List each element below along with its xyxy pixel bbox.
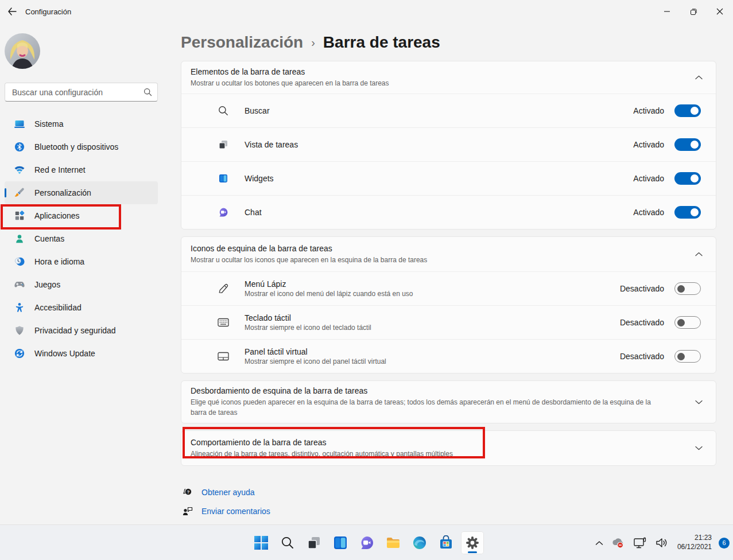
section-corner-overflow: Desbordamiento de esquina de la barra de… xyxy=(181,380,716,423)
section-title: Elementos de la barra de tareas xyxy=(191,67,669,76)
toggle-teclado-tactil[interactable] xyxy=(674,316,701,329)
sidebar-item-label: Aplicaciones xyxy=(34,211,80,220)
section-subtitle: Mostrar u ocultar los botones que aparec… xyxy=(191,78,669,88)
apps-icon xyxy=(14,210,25,221)
store-button[interactable] xyxy=(435,531,457,554)
section-title: Comportamiento de la barra de tareas xyxy=(191,438,669,447)
toggle-chat[interactable] xyxy=(674,206,701,219)
sidebar-item-bluetooth[interactable]: Bluetooth y dispositivos xyxy=(5,135,158,158)
toggle-state-label: Desactivado xyxy=(620,352,664,361)
open-app-indicator xyxy=(468,551,477,553)
notification-count-badge[interactable]: 6 xyxy=(719,538,730,549)
taskbar-search-button[interactable] xyxy=(276,531,299,554)
settings-button[interactable] xyxy=(461,531,484,554)
setting-row-vista-de-tareas: Vista de tareas Activado xyxy=(181,127,716,161)
onedrive-tray-button[interactable] xyxy=(608,531,628,554)
chevron-up-icon[interactable] xyxy=(692,252,705,256)
toggle-knob xyxy=(677,319,685,326)
sidebar-item-privacidad[interactable]: Privacidad y seguridad xyxy=(5,319,158,342)
section-header-taskbar-behavior[interactable]: Comportamiento de la barra de tareas Ali… xyxy=(181,431,716,465)
sidebar-item-label: Hora e idioma xyxy=(34,257,84,266)
clock-time: 21:23 xyxy=(677,534,712,543)
chevron-up-icon[interactable] xyxy=(692,75,705,80)
toggle-vista-de-tareas[interactable] xyxy=(674,138,701,151)
section-header-taskbar-items[interactable]: Elementos de la barra de tareas Mostrar … xyxy=(181,61,716,94)
tray-chevron-button[interactable] xyxy=(592,531,606,554)
brush-icon xyxy=(14,187,25,199)
chat-button[interactable] xyxy=(355,531,378,554)
toggle-knob xyxy=(691,107,699,115)
setting-description: Mostrar el icono del menú del lápiz cuan… xyxy=(245,290,620,298)
toggle-buscar[interactable] xyxy=(674,104,701,117)
taskbar-clock[interactable]: 21:23 06/12/2021 xyxy=(674,534,715,551)
sidebar-item-label: Red e Internet xyxy=(34,165,86,174)
send-feedback-link[interactable]: Enviar comentarios xyxy=(182,505,716,517)
setting-row-chat: Chat Activado xyxy=(181,195,716,229)
feedback-icon xyxy=(182,505,193,517)
sidebar-item-juegos[interactable]: Juegos xyxy=(5,273,158,296)
setting-row-buscar: Buscar Activado xyxy=(181,94,716,127)
restore-icon xyxy=(690,8,697,15)
volume-tray-button[interactable] xyxy=(652,531,672,554)
clock-date: 06/12/2021 xyxy=(677,543,712,552)
section-title: Desbordamiento de esquina de la barra de… xyxy=(191,386,669,395)
file-explorer-icon xyxy=(386,535,401,550)
section-corner-icons: Iconos de esquina de la barra de tareas … xyxy=(181,236,716,374)
get-help-label[interactable]: Obtener ayuda xyxy=(201,488,255,497)
minimize-button[interactable] xyxy=(654,0,680,23)
sidebar-item-label: Personalización xyxy=(34,188,91,197)
sidebar-item-cuentas[interactable]: Cuentas xyxy=(5,227,158,250)
edge-button[interactable] xyxy=(408,531,431,554)
app-title: Configuración xyxy=(25,7,71,16)
sidebar-item-hora-idioma[interactable]: Hora e idioma xyxy=(5,250,158,273)
page-title: Barra de tareas xyxy=(323,33,440,52)
toggle-menu-lapiz[interactable] xyxy=(674,282,701,295)
setting-label: Buscar xyxy=(245,106,633,115)
sidebar-item-label: Bluetooth y dispositivos xyxy=(34,142,118,151)
file-explorer-button[interactable] xyxy=(382,531,405,554)
start-icon xyxy=(254,535,269,550)
close-icon xyxy=(716,8,723,15)
section-header-corner-icons[interactable]: Iconos de esquina de la barra de tareas … xyxy=(181,237,716,271)
section-header-corner-overflow[interactable]: Desbordamiento de esquina de la barra de… xyxy=(181,381,716,423)
toggle-knob xyxy=(691,208,699,216)
wifi-icon xyxy=(14,164,25,176)
start-button[interactable] xyxy=(250,531,273,554)
search-icon xyxy=(281,536,294,550)
help-links: ? Obtener ayuda Enviar comentarios xyxy=(182,487,716,517)
titlebar: Configuración xyxy=(0,0,733,23)
section-subtitle: Mostrar u ocultar los iconos que aparece… xyxy=(191,255,669,265)
close-button[interactable] xyxy=(707,0,733,23)
touch-keyboard-icon xyxy=(217,316,230,329)
toggle-widgets[interactable] xyxy=(674,172,701,185)
display-pen-icon xyxy=(633,536,647,549)
bluetooth-icon xyxy=(14,141,25,153)
sidebar-item-label: Cuentas xyxy=(34,234,64,243)
toggle-panel-tactil[interactable] xyxy=(674,350,701,363)
display-pen-tray-button[interactable] xyxy=(630,531,650,554)
setting-label: Panel táctil virtual xyxy=(245,347,620,356)
onedrive-paused-icon xyxy=(611,537,625,549)
settings-search-box[interactable] xyxy=(5,83,158,102)
widgets-button[interactable] xyxy=(329,531,352,554)
sidebar-item-label: Privacidad y seguridad xyxy=(34,326,116,335)
sidebar-item-sistema[interactable]: Sistema xyxy=(5,112,158,135)
back-button[interactable] xyxy=(2,3,22,20)
get-help-link[interactable]: ? Obtener ayuda xyxy=(182,487,716,498)
setting-description: Mostrar siempre el icono del teclado tác… xyxy=(245,324,620,332)
chevron-down-icon[interactable] xyxy=(692,400,705,405)
send-feedback-label[interactable]: Enviar comentarios xyxy=(201,507,270,516)
chevron-down-icon[interactable] xyxy=(692,446,705,450)
sidebar-item-personalizacion[interactable]: Personalización xyxy=(5,181,158,204)
help-bubble-icon: ? xyxy=(182,487,193,498)
sidebar-item-accesibilidad[interactable]: Accesibilidad xyxy=(5,296,158,319)
search-input[interactable] xyxy=(5,88,140,97)
restore-button[interactable] xyxy=(680,0,707,23)
sidebar-item-red-internet[interactable]: Red e Internet xyxy=(5,158,158,181)
task-view-button[interactable] xyxy=(302,531,325,554)
sidebar-item-aplicaciones[interactable]: Aplicaciones xyxy=(5,204,158,227)
sidebar-item-windows-update[interactable]: Windows Update xyxy=(5,342,158,365)
pen-icon xyxy=(217,282,230,295)
main-content: Elementos de la barra de tareas Mostrar … xyxy=(181,61,716,524)
breadcrumb-parent[interactable]: Personalización xyxy=(181,33,303,52)
